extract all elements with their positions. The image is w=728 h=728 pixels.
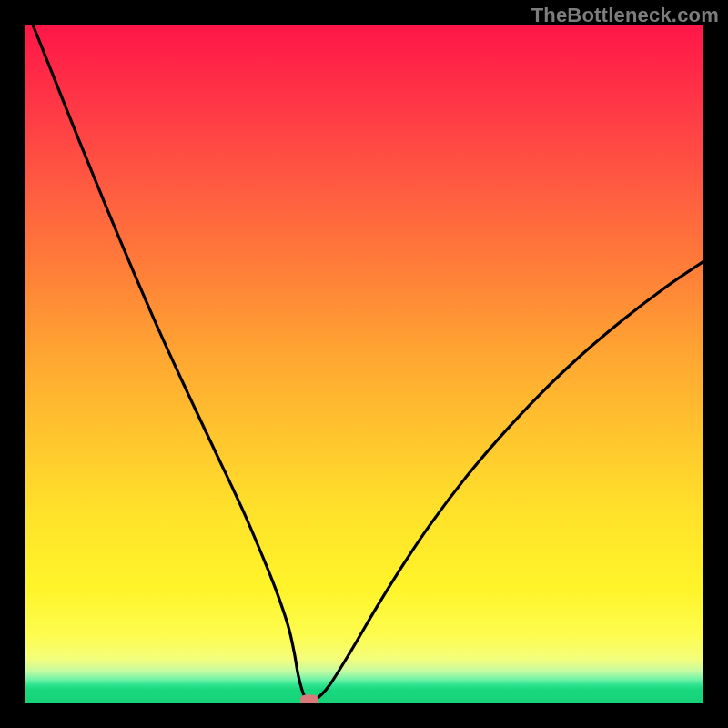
- curve-layer: [25, 25, 703, 703]
- bottleneck-curve: [25, 25, 703, 700]
- chart-frame: TheBottleneck.com: [0, 0, 728, 728]
- sweet-spot-marker: [300, 694, 318, 703]
- watermark-text: TheBottleneck.com: [531, 4, 719, 27]
- plot-area: [25, 25, 703, 703]
